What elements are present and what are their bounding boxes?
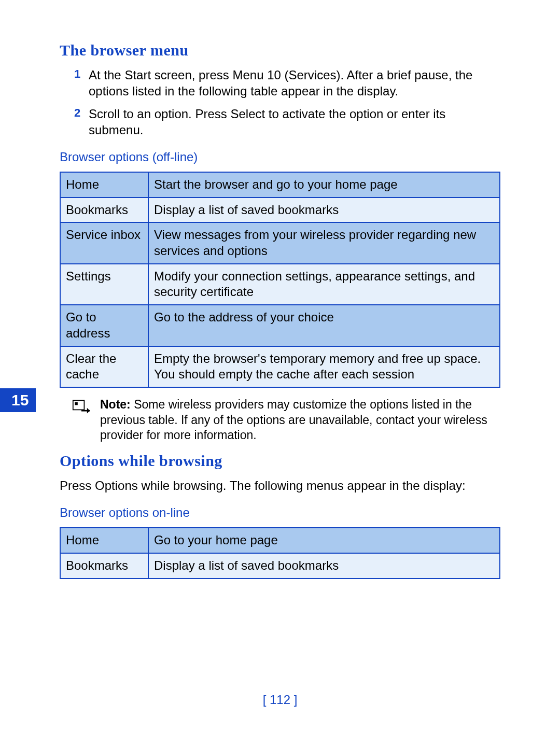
- table-row: Home Go to your home page: [60, 528, 500, 553]
- table-row: Settings Modify your connection settings…: [60, 264, 500, 305]
- note-text: Note: Some wireless providers may custom…: [95, 397, 500, 443]
- option-desc: Modify your connection settings, appeara…: [148, 264, 500, 305]
- note-body: Some wireless providers may customize th…: [100, 398, 487, 442]
- table-row: Bookmarks Display a list of saved bookma…: [60, 553, 500, 579]
- step-text: Scroll to an option. Press Select to act…: [89, 106, 500, 138]
- table-caption-offline: Browser options (off-line): [60, 150, 500, 164]
- table-caption-online: Browser options on-line: [60, 505, 500, 520]
- svg-rect-1: [75, 402, 77, 405]
- note: Note: Some wireless providers may custom…: [60, 397, 500, 443]
- step-number: 1: [74, 67, 89, 99]
- note-icon: [72, 397, 95, 443]
- option-label: Go to address: [60, 305, 148, 346]
- option-desc: Go to your home page: [148, 528, 500, 553]
- option-label: Home: [60, 528, 148, 553]
- table-row: Go to address Go to the address of your …: [60, 305, 500, 346]
- option-desc: Display a list of saved bookmarks: [148, 198, 500, 223]
- option-desc: View messages from your wireless provide…: [148, 222, 500, 263]
- table-row: Bookmarks Display a list of saved bookma…: [60, 198, 500, 223]
- option-desc: Empty the browser's temporary memory and…: [148, 346, 500, 387]
- heading-browser-menu: The browser menu: [60, 41, 500, 59]
- note-label: Note:: [100, 398, 134, 411]
- step-2: 2 Scroll to an option. Press Select to a…: [60, 106, 500, 138]
- option-desc: Go to the address of your choice: [148, 305, 500, 346]
- option-label: Clear the cache: [60, 346, 148, 387]
- option-desc: Display a list of saved bookmarks: [148, 553, 500, 579]
- step-number: 2: [74, 106, 89, 138]
- option-label: Service inbox: [60, 222, 148, 263]
- option-label: Home: [60, 172, 148, 198]
- heading-options-browsing: Options while browsing: [60, 452, 500, 470]
- option-label: Bookmarks: [60, 198, 148, 223]
- table-online-options: Home Go to your home page Bookmarks Disp…: [60, 527, 500, 579]
- option-label: Bookmarks: [60, 553, 148, 579]
- svg-rect-0: [73, 400, 85, 410]
- table-row: Clear the cache Empty the browser's temp…: [60, 346, 500, 387]
- step-text: At the Start screen, press Menu 10 (Serv…: [89, 67, 500, 99]
- table-row: Service inbox View messages from your wi…: [60, 222, 500, 263]
- paragraph-options: Press Options while browsing. The follow…: [60, 478, 500, 494]
- step-1: 1 At the Start screen, press Menu 10 (Se…: [60, 67, 500, 99]
- option-desc: Start the browser and go to your home pa…: [148, 172, 500, 198]
- table-offline-options: Home Start the browser and go to your ho…: [60, 172, 500, 388]
- option-label: Settings: [60, 264, 148, 305]
- table-row: Home Start the browser and go to your ho…: [60, 172, 500, 198]
- page-number: [ 112 ]: [0, 693, 560, 707]
